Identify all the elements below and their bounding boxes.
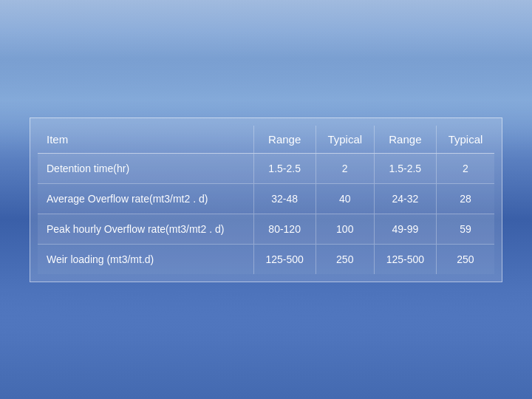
cell-1-range1: 32-48 [253, 183, 316, 214]
col-header-typical2: Typical [436, 126, 494, 154]
cell-1-item: Average Overflow rate(mt3/mt2 . d) [38, 183, 253, 214]
cell-3-typical1: 250 [316, 244, 374, 274]
main-content: Item Range Typical Range Typical Detenti… [0, 0, 532, 399]
cell-3-range1: 125-500 [253, 244, 316, 274]
cell-3-item: Weir loading (mt3/mt.d) [38, 244, 253, 274]
cell-0-range2: 1.5-2.5 [374, 153, 436, 183]
cell-0-typical1: 2 [316, 153, 374, 183]
cell-1-range2: 24-32 [374, 183, 436, 214]
cell-3-typical2: 250 [436, 244, 494, 274]
table-row: Peak hourly Overflow rate(mt3/mt2 . d)80… [38, 214, 494, 244]
col-header-item: Item [38, 126, 253, 154]
col-header-typical1: Typical [316, 126, 374, 154]
table-row: Weir loading (mt3/mt.d)125-500250125-500… [38, 244, 494, 274]
cell-1-typical1: 40 [316, 183, 374, 214]
cell-2-item: Peak hourly Overflow rate(mt3/mt2 . d) [38, 214, 253, 244]
cell-2-typical1: 100 [316, 214, 374, 244]
cell-2-typical2: 59 [436, 214, 494, 244]
cell-0-range1: 1.5-2.5 [253, 153, 316, 183]
cell-2-range1: 80-120 [253, 214, 316, 244]
data-table: Item Range Typical Range Typical Detenti… [38, 126, 494, 274]
cell-2-range2: 49-99 [374, 214, 436, 244]
cell-3-range2: 125-500 [374, 244, 436, 274]
table-header-row: Item Range Typical Range Typical [38, 126, 494, 154]
table-row: Average Overflow rate(mt3/mt2 . d)32-484… [38, 183, 494, 214]
table-row: Detention time(hr)1.5-2.521.5-2.52 [38, 153, 494, 183]
cell-1-typical2: 28 [436, 183, 494, 214]
col-header-range2: Range [374, 126, 436, 154]
table-wrapper: Item Range Typical Range Typical Detenti… [30, 117, 502, 282]
col-header-range1: Range [253, 126, 316, 154]
cell-0-item: Detention time(hr) [38, 153, 253, 183]
cell-0-typical2: 2 [436, 153, 494, 183]
